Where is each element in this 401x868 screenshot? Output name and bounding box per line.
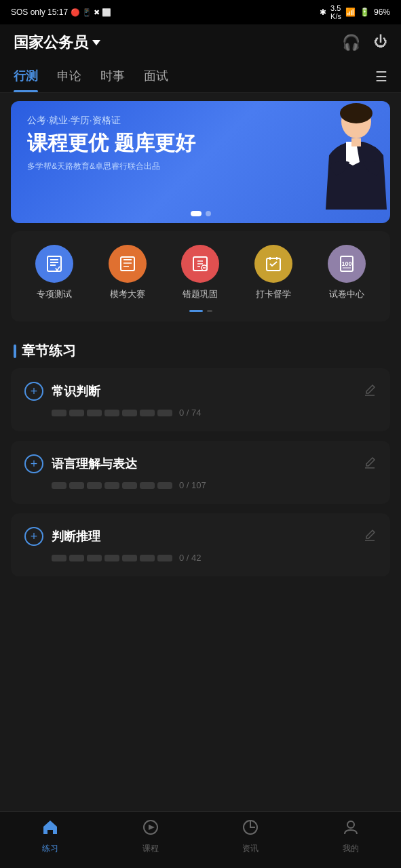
func-模考大赛[interactable]: 模考大赛 — [109, 245, 147, 300]
tab-时事[interactable]: 时事 — [100, 61, 125, 92]
func-scroll-dots — [18, 310, 383, 312]
function-icons-row: 专项测试 模考大赛 — [18, 245, 383, 300]
chapter-section-header: 章节练习 — [0, 330, 401, 368]
status-right: ✱ 3.5K/s 📶 🔋 96% — [320, 4, 390, 20]
func-dot-inactive — [207, 310, 212, 312]
app-title: 国家公务员 — [14, 33, 88, 53]
bottom-nav: 练习 课程 资讯 我的 — [0, 811, 401, 868]
chapter-progress: 0 / 42 — [24, 553, 377, 563]
模考大赛-icon — [109, 245, 147, 283]
mobile-data: 3.5K/s — [330, 4, 341, 20]
header-title[interactable]: 国家公务员 — [14, 33, 100, 53]
section-bar-icon — [14, 344, 16, 358]
nav-我的[interactable]: 我的 — [342, 818, 360, 854]
错题巩固-icon — [181, 245, 219, 283]
nav-资讯[interactable]: 资讯 — [242, 818, 259, 854]
chapter-progress: 0 / 74 — [24, 408, 377, 418]
status-left: SOS only 15:17 🔴 📱 ✖ ⬜ — [11, 7, 111, 17]
progress-text: 0 / 42 — [179, 553, 202, 563]
nav-profile-icon — [342, 818, 360, 840]
chapter-item-常识判断[interactable]: + 常识判断 0 / 74 — [11, 368, 390, 431]
header-icons: 🎧 ⏻ — [342, 34, 387, 52]
chapter-item-语言理解与表达[interactable]: + 语言理解与表达 0 / 107 — [11, 441, 390, 504]
svg-rect-3 — [47, 256, 61, 271]
func-label-打卡督学: 打卡督学 — [256, 288, 291, 300]
banner-content: 公考·就业·学历·资格证 课程更优 题库更好 多学帮&天路教育&卓思睿行联合出品 — [11, 101, 390, 186]
function-icons-section: 专项测试 模考大赛 — [11, 231, 390, 321]
nav-label-课程: 课程 — [142, 843, 159, 854]
chapter-progress: 0 / 107 — [24, 480, 377, 490]
dropdown-arrow-icon[interactable] — [92, 40, 100, 45]
svg-point-26 — [347, 821, 354, 828]
chapter-item-判断推理[interactable]: + 判断推理 0 / 42 — [11, 513, 390, 576]
sos-text: SOS only 15:17 — [11, 7, 68, 17]
func-dot-active — [189, 310, 203, 312]
edit-icon[interactable] — [363, 456, 377, 473]
tab-bar: 行测 申论 时事 面试 ☰ — [0, 61, 401, 93]
banner-subtitle: 公考·就业·学历·资格证 — [27, 115, 374, 127]
edit-icon[interactable] — [363, 528, 377, 545]
banner-dots — [191, 211, 211, 216]
tab-面试[interactable]: 面试 — [144, 61, 168, 92]
progress-blocks — [52, 410, 172, 416]
chapter-top: + 语言理解与表达 — [24, 454, 377, 473]
chapter-top: + 判断推理 — [24, 527, 377, 546]
edit-icon[interactable] — [363, 383, 377, 400]
svg-text:100: 100 — [342, 260, 352, 267]
progress-blocks — [52, 482, 172, 489]
chapter-list: + 常识判断 0 / 74 + — [0, 368, 401, 586]
tab-行测[interactable]: 行测 — [14, 61, 38, 92]
battery-percent: 96% — [374, 7, 390, 17]
progress-text: 0 / 107 — [179, 480, 206, 490]
nav-课程[interactable]: 课程 — [142, 818, 159, 854]
试卷中心-icon: 100 — [328, 245, 366, 283]
expand-icon[interactable]: + — [24, 454, 43, 473]
func-label-专项测试: 专项测试 — [37, 288, 72, 300]
expand-icon[interactable]: + — [24, 382, 43, 401]
func-试卷中心[interactable]: 100 试卷中心 — [328, 245, 366, 300]
nav-course-icon — [142, 818, 159, 840]
signal-icons: 🔴 📱 ✖ ⬜ — [71, 8, 111, 17]
battery-icon: 🔋 — [360, 7, 370, 17]
func-label-试卷中心: 试卷中心 — [329, 288, 364, 300]
nav-label-我的: 我的 — [343, 843, 359, 854]
func-label-错题巩固: 错题巩固 — [183, 288, 218, 300]
func-专项测试[interactable]: 专项测试 — [35, 245, 73, 300]
bluetooth-icon: ✱ — [320, 7, 326, 17]
dot-1 — [191, 211, 202, 216]
menu-icon[interactable]: ☰ — [375, 62, 387, 92]
nav-news-icon — [242, 818, 259, 840]
chapter-top: + 常识判断 — [24, 382, 377, 401]
header: 国家公务员 🎧 ⏻ — [0, 24, 401, 61]
func-label-模考大赛: 模考大赛 — [110, 288, 145, 300]
section-title: 章节练习 — [22, 342, 76, 360]
banner-title: 课程更优 题库更好 — [27, 131, 374, 155]
chapter-name: 语言理解与表达 — [52, 456, 355, 472]
banner[interactable]: 公考·就业·学历·资格证 课程更优 题库更好 多学帮&天路教育&卓思睿行联合出品 — [11, 101, 390, 223]
nav-练习[interactable]: 练习 — [41, 818, 59, 854]
headset-icon[interactable]: 🎧 — [342, 34, 360, 52]
status-bar: SOS only 15:17 🔴 📱 ✖ ⬜ ✱ 3.5K/s 📶 🔋 96% — [0, 0, 401, 24]
expand-icon[interactable]: + — [24, 527, 43, 546]
dot-2 — [206, 211, 211, 216]
nav-label-资讯: 资讯 — [242, 843, 259, 854]
power-icon[interactable]: ⏻ — [374, 34, 387, 52]
banner-desc: 多学帮&天路教育&卓思睿行联合出品 — [27, 161, 374, 172]
progress-blocks — [52, 555, 172, 561]
progress-text: 0 / 74 — [179, 408, 202, 418]
func-打卡督学[interactable]: 打卡督学 — [254, 245, 292, 300]
svg-marker-24 — [149, 825, 155, 830]
chapter-name: 判断推理 — [52, 528, 355, 545]
wifi-icon: 📶 — [345, 7, 356, 17]
nav-label-练习: 练习 — [42, 843, 58, 854]
专项测试-icon — [35, 245, 73, 283]
tab-申论[interactable]: 申论 — [57, 61, 81, 92]
chapter-name: 常识判断 — [52, 383, 355, 399]
func-错题巩固[interactable]: 错题巩固 — [181, 245, 219, 300]
nav-home-icon — [41, 818, 59, 840]
打卡督学-icon — [254, 245, 292, 283]
